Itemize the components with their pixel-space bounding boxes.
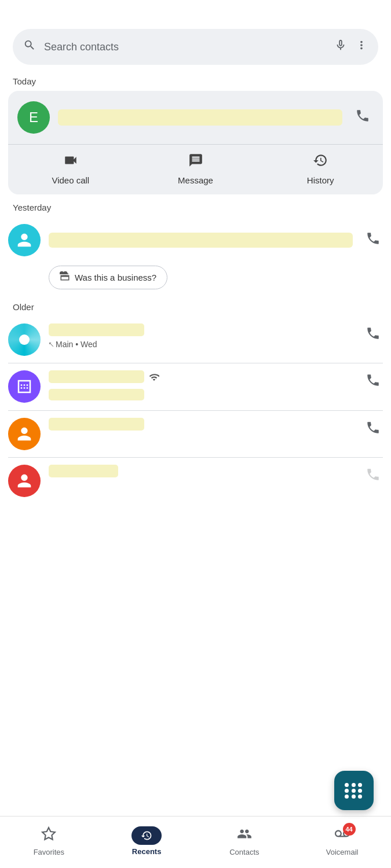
voicemail-badge-count: 44 [343,823,356,836]
call-meta-1: ↑ Main • Wed [49,339,353,350]
call-card-yesterday: Was this a business? [8,217,383,294]
section-header-today: Today [13,76,378,86]
call-button-older-1[interactable] [363,323,383,347]
avatar-today: E [17,101,50,134]
call-button-older-2[interactable] [363,370,383,394]
nav-favorites[interactable]: Favorites [0,826,98,859]
message-icon [188,153,203,172]
avatar-yesterday [8,224,41,256]
section-header-yesterday: Yesterday [13,203,378,212]
dialpad-icon [345,783,363,799]
video-call-button[interactable]: Video call [8,145,133,194]
older-contact-1[interactable]: ↑ Main • Wed [8,317,383,363]
call-info-3 [49,418,353,433]
search-icon [23,39,36,55]
more-options-icon[interactable] [355,39,368,55]
nav-voicemail-label: Voicemail [326,848,359,856]
name-placeholder-3 [49,418,144,431]
voicemail-icon: 44 [335,826,350,845]
outgoing-arrow-icon: ↑ [46,339,56,350]
nav-contacts-label: Contacts [229,848,259,856]
message-label: Message [178,175,213,185]
nav-recents[interactable]: Recents [98,826,196,858]
history-icon [313,153,328,172]
call-meta-text-1: Main • Wed [56,340,97,349]
wifi-icon [149,372,159,385]
message-button[interactable]: Message [133,145,258,194]
avatar-older-4 [8,465,41,497]
contacts-icon [237,826,252,845]
older-contact-2[interactable] [8,363,383,410]
favorites-icon [41,826,56,845]
avatar-older-3 [8,418,41,450]
older-contact-3[interactable] [8,411,383,457]
name-placeholder-2 [49,370,144,383]
avatar-older-2 [8,370,41,403]
name-placeholder-2b [49,389,144,400]
business-icon [60,271,70,284]
call-card-yesterday-row[interactable] [8,217,383,263]
call-button-older-3[interactable] [363,418,383,442]
call-info-2 [49,370,353,403]
search-input[interactable]: Search contacts [44,41,326,53]
video-call-icon [63,153,78,172]
mic-icon[interactable] [334,39,347,55]
recents-icon [131,826,162,845]
section-header-older: Older [13,302,378,312]
nav-favorites-label: Favorites [34,848,64,856]
call-button-older-4[interactable] [363,465,383,488]
dialpad-fab[interactable] [334,771,374,810]
name-placeholder-1 [49,323,144,336]
nav-voicemail[interactable]: 44 Voicemail [293,826,391,859]
call-button-yesterday[interactable] [363,229,383,252]
name-placeholder-4 [49,465,118,477]
call-info-1: ↑ Main • Wed [49,323,353,350]
call-info-4 [49,465,353,480]
business-prompt-text: Was this a business? [75,273,156,282]
call-card-row[interactable]: E [8,91,383,144]
bottom-nav: Favorites Recents Contacts 44 Voicemail [0,816,391,868]
avatar-older-1 [8,323,41,356]
business-prompt[interactable]: Was this a business? [49,266,167,289]
call-card-today: E Video call Message History [8,91,383,194]
search-bar[interactable]: Search contacts [13,29,378,65]
older-contact-4[interactable] [8,458,383,504]
contact-name-yesterday [49,233,353,248]
nav-contacts[interactable]: Contacts [196,826,294,859]
nav-recents-label: Recents [132,847,162,856]
contact-name-today [58,109,342,126]
history-button[interactable]: History [258,145,383,194]
history-label: History [307,175,334,185]
video-call-label: Video call [52,175,89,185]
call-button-today[interactable] [353,106,372,130]
action-row: Video call Message History [8,144,383,194]
